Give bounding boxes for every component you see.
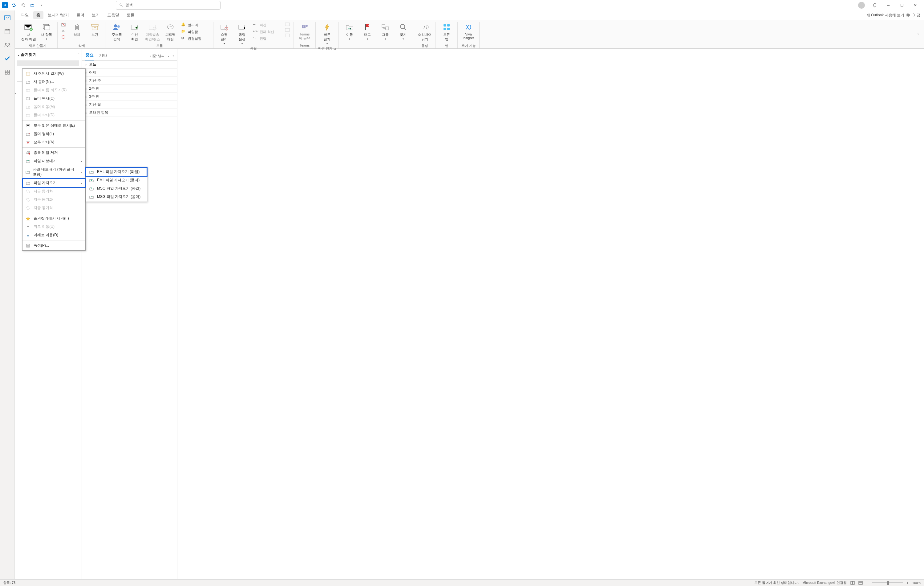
- archive-label: 보관: [91, 32, 98, 37]
- ctx-properties[interactable]: 속성(P)...: [23, 242, 85, 250]
- more-button[interactable]: [284, 33, 291, 38]
- try-new-outlook[interactable]: 새 Outlook 사용해 보기 끔: [866, 13, 920, 18]
- new-item-button[interactable]: 새 항목▾: [38, 22, 55, 41]
- move-button[interactable]: 이동▾: [341, 22, 358, 41]
- undo-icon[interactable]: [20, 2, 26, 8]
- date-group[interactable]: ▸2주 전: [82, 85, 177, 93]
- submenu-item[interactable]: MSG 파일 가져오기 (파일): [86, 184, 147, 193]
- svg-rect-63: [26, 152, 29, 154]
- find-button[interactable]: 찾기▾: [395, 22, 411, 41]
- read-aloud-button[interactable]: 가소리내어 읽기: [416, 22, 433, 42]
- apps-nav-icon[interactable]: [3, 68, 12, 76]
- reply-options-button[interactable]: 응답 옵션▾: [234, 22, 251, 46]
- ribbon-collapse-icon[interactable]: ⌄: [917, 22, 924, 48]
- ctx-delete-all[interactable]: 모두 삭제(A): [23, 138, 85, 146]
- schedule-cancel-button[interactable]: 예약발송 확인/취소: [144, 22, 161, 42]
- sync-icon[interactable]: [10, 2, 17, 8]
- mark-read-icon: [26, 123, 30, 128]
- date-group[interactable]: ▸어제: [82, 69, 177, 77]
- submenu-item[interactable]: EML 파일 가져오기 (파일): [86, 168, 147, 176]
- viva-button[interactable]: Viva Insights: [460, 22, 477, 40]
- ctx-window[interactable]: 새 창에서 열기(W): [23, 70, 85, 78]
- date-group[interactable]: ▸지난 주: [82, 77, 177, 85]
- im-button[interactable]: [284, 27, 291, 32]
- tab-tools[interactable]: 토틀: [124, 11, 138, 19]
- meeting-button[interactable]: [284, 22, 291, 27]
- teams-share-button[interactable]: TTeams 에 공유: [296, 22, 313, 41]
- ctx-mark-read[interactable]: 모두 읽은 상태로 표시(E): [23, 121, 85, 130]
- tab-file[interactable]: 파일: [18, 11, 32, 19]
- ignore-button[interactable]: [60, 22, 68, 27]
- ctx-down[interactable]: 아래로 이동(D): [23, 231, 85, 239]
- selected-folder[interactable]: [17, 60, 79, 66]
- forward-button[interactable]: ↪전달: [252, 35, 282, 41]
- todo-nav-icon[interactable]: [3, 54, 12, 63]
- people-nav-icon[interactable]: [3, 41, 12, 49]
- group-delete-label: 삭제: [78, 43, 85, 48]
- receive-check-button[interactable]: 수신 확인: [126, 22, 143, 42]
- svg-rect-38: [285, 23, 290, 26]
- tab-other[interactable]: 기타: [99, 51, 108, 60]
- minimize-button[interactable]: ─: [882, 1, 894, 10]
- avatar[interactable]: [858, 2, 865, 8]
- delete-button[interactable]: 삭제: [69, 22, 85, 38]
- ribbon-group-delete: 삭제 보관 삭제: [58, 22, 106, 48]
- feedback-button[interactable]: 피드백 채팅: [162, 22, 179, 42]
- favorites-header[interactable]: ⌄즐겨찾기: [17, 52, 79, 57]
- toggle-switch[interactable]: [906, 13, 915, 17]
- expand-account-icon[interactable]: ›: [15, 91, 16, 96]
- spam-button[interactable]: 스팸 관리▾: [216, 22, 233, 46]
- attach-button[interactable]: 📁파일함: [180, 29, 211, 35]
- submenu-item[interactable]: MSG 파일 가져오기 (폴더): [86, 193, 147, 201]
- settings-button[interactable]: ⚙환경설정: [180, 35, 211, 41]
- date-group[interactable]: ▸오래된 항목: [82, 109, 177, 117]
- collapse-pane-icon[interactable]: ‹: [79, 51, 80, 55]
- tab-home[interactable]: 홈: [33, 11, 43, 19]
- mail-nav-icon[interactable]: [3, 13, 12, 22]
- ctx-import[interactable]: 파일 가져오기▸: [23, 179, 85, 187]
- tab-help[interactable]: 도움말: [104, 11, 122, 19]
- ctx-dedupe[interactable]: 중복 메일 제거: [23, 149, 85, 157]
- svg-point-32: [170, 26, 171, 27]
- calendar-nav-icon[interactable]: [3, 27, 12, 36]
- tag-button[interactable]: 태그▾: [359, 22, 376, 41]
- qat-dropdown-icon[interactable]: ▾: [38, 2, 45, 8]
- folder-new-icon: [26, 79, 30, 84]
- archive-button[interactable]: 보관: [87, 22, 103, 38]
- tab-folder[interactable]: 폴더: [73, 11, 87, 19]
- try-new-state: 끔: [917, 13, 920, 18]
- cleanup-button[interactable]: [60, 28, 68, 33]
- notifications-icon[interactable]: [869, 1, 881, 10]
- reply-button[interactable]: ↩회신: [252, 22, 282, 28]
- group-button[interactable]: 그룹▾: [377, 22, 394, 41]
- new-email-label: 새 전자 메일: [21, 32, 36, 41]
- ctx-cleanup[interactable]: 폴더 정리(L): [23, 130, 85, 138]
- export-icon: [26, 159, 30, 164]
- ctx-folder-new[interactable]: 새 폴더(N)...: [23, 78, 85, 86]
- close-button[interactable]: ✕: [909, 1, 922, 10]
- all-apps-button[interactable]: 모든 앱: [438, 22, 455, 42]
- submenu-item[interactable]: EML 파일 가져오기 (폴더): [86, 176, 147, 184]
- new-email-button[interactable]: 새 전자 메일: [20, 22, 37, 42]
- junk-button[interactable]: [60, 34, 68, 40]
- quick-steps-button[interactable]: 빠른 단계▾: [319, 22, 335, 46]
- ctx-export[interactable]: 파일 내보내기▸: [23, 157, 85, 165]
- date-group[interactable]: ▸오늘: [82, 61, 177, 69]
- rename-icon: [26, 88, 30, 93]
- ctx-unfavorite[interactable]: 즐겨찾기에서 제거(F): [23, 214, 85, 223]
- toolbox-icon[interactable]: [29, 2, 36, 8]
- date-group[interactable]: ▸지난 달: [82, 101, 177, 109]
- notify-button[interactable]: 🔔알리미: [180, 22, 211, 28]
- address-book-button[interactable]: 주소록 검색: [109, 22, 125, 42]
- ctx-export-sub[interactable]: 파일 내보내기 (하위 폴더 포함)▸: [23, 165, 85, 179]
- tab-view[interactable]: 보기: [89, 11, 103, 19]
- tab-focused[interactable]: 중요: [85, 51, 94, 60]
- tab-send-receive[interactable]: 보내기/받기: [45, 11, 72, 19]
- settings-label: 환경설정: [188, 36, 201, 41]
- search-input[interactable]: 검색: [116, 1, 221, 10]
- maximize-button[interactable]: ☐: [896, 1, 908, 10]
- sort-control[interactable]: 기준: 날짜 ⌄ ↑: [149, 54, 174, 58]
- ctx-copy[interactable]: 폴더 복사(C): [23, 94, 85, 103]
- date-group[interactable]: ▸3주 전: [82, 93, 177, 101]
- reply-all-button[interactable]: ↩↩전체 회신: [252, 29, 282, 35]
